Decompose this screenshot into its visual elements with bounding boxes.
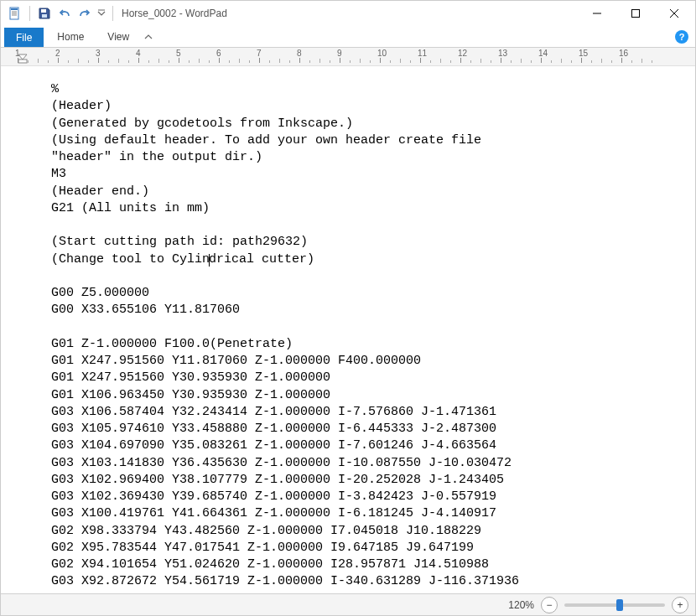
minus-icon[interactable]: − bbox=[541, 597, 558, 613]
minimize-icon[interactable] bbox=[578, 1, 616, 26]
chevron-down-icon[interactable] bbox=[96, 4, 107, 23]
window-title: Horse_0002 - WordPad bbox=[122, 8, 227, 19]
title-bar: Horse_0002 - WordPad bbox=[1, 1, 695, 26]
zoom-thumb[interactable] bbox=[616, 599, 623, 611]
tab-view[interactable]: View bbox=[96, 26, 141, 47]
redo-icon[interactable] bbox=[75, 4, 94, 23]
quick-access-toolbar bbox=[3, 4, 117, 23]
ruler[interactable]: 12345678910111213141516 bbox=[1, 48, 695, 66]
separator bbox=[112, 6, 113, 21]
zoom-slider[interactable] bbox=[564, 603, 665, 607]
svg-rect-6 bbox=[42, 14, 47, 18]
close-icon[interactable] bbox=[655, 1, 693, 26]
editor-area: % (Header) (Generated by gcodetools from… bbox=[1, 66, 695, 593]
ribbon-tabs: File Home View ? bbox=[1, 26, 695, 48]
help-icon[interactable]: ? bbox=[675, 26, 688, 47]
wordpad-icon[interactable] bbox=[6, 4, 24, 23]
svg-rect-1 bbox=[11, 8, 18, 10]
plus-icon[interactable]: + bbox=[672, 597, 688, 613]
document-body[interactable]: % (Header) (Generated by gcodetools from… bbox=[1, 66, 695, 593]
svg-rect-5 bbox=[41, 9, 46, 13]
svg-rect-9 bbox=[632, 10, 640, 18]
zoom-label: 120% bbox=[508, 599, 534, 611]
status-bar: 120% − + bbox=[1, 593, 695, 615]
maximize-icon[interactable] bbox=[616, 1, 655, 26]
undo-icon[interactable] bbox=[55, 4, 74, 23]
separator bbox=[29, 6, 30, 21]
tab-file[interactable]: File bbox=[4, 28, 44, 47]
save-icon[interactable] bbox=[35, 4, 54, 23]
chevron-up-icon[interactable] bbox=[141, 26, 156, 47]
tab-home[interactable]: Home bbox=[45, 26, 96, 47]
window-controls bbox=[578, 1, 693, 26]
